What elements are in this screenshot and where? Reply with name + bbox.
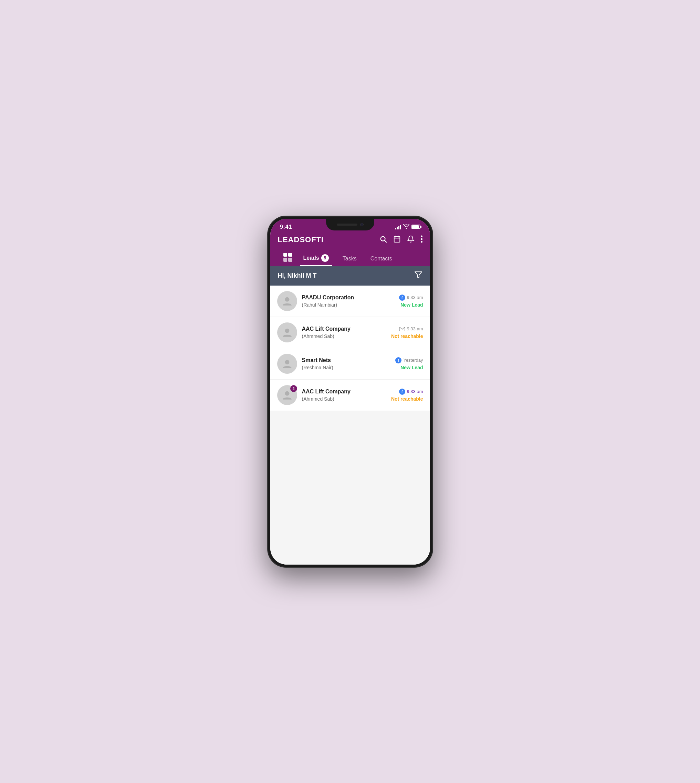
lead-time-row-3: f Yesterday	[395, 357, 423, 364]
lead-person-4: (Ahmmed Sab)	[302, 396, 386, 402]
bell-icon[interactable]	[407, 235, 415, 245]
lead-avatar-1	[277, 291, 297, 311]
lead-meta-3: f Yesterday New Lead	[395, 357, 423, 370]
svg-point-14	[285, 391, 289, 396]
calendar-icon[interactable]	[393, 235, 401, 245]
svg-point-10	[285, 297, 289, 301]
lead-time-4: 9:33 am	[407, 389, 423, 394]
more-options-icon[interactable]	[421, 235, 422, 245]
header-top: LEADSOFTi	[278, 235, 422, 245]
facebook-source-icon: f	[395, 357, 402, 364]
lead-item[interactable]: Smart Nets (Reshma Nair) f Yesterday New…	[270, 348, 430, 380]
lead-status-1: New Lead	[400, 302, 423, 307]
lead-time-2: 9:33 am	[407, 326, 423, 331]
app-header: LEADSOFTi	[270, 230, 430, 266]
lead-meta-2: 9:33 am Not reachable	[391, 326, 423, 339]
phone-wrapper: 9:41	[261, 209, 440, 574]
lead-person-3: (Reshma Nair)	[302, 365, 391, 370]
tab-leads-badge: 5	[321, 254, 329, 262]
notch-speaker	[337, 224, 357, 225]
svg-rect-2	[394, 236, 400, 242]
tab-tasks[interactable]: Tasks	[336, 252, 363, 266]
status-time: 9:41	[280, 224, 292, 230]
lead-list: PAADU Corporation (Rahul Nambiar) f 9:33…	[270, 285, 430, 564]
email-source-icon	[399, 326, 405, 332]
lead-time-row-2: 9:33 am	[399, 326, 423, 332]
svg-point-8	[421, 241, 422, 242]
signal-bar-2	[397, 227, 398, 229]
person-icon	[282, 358, 293, 369]
greeting-bar: Hi, Nikhil M T	[270, 266, 430, 285]
signal-bar-1	[395, 228, 396, 229]
tab-bar: Leads 5 Tasks Contacts	[278, 251, 422, 266]
lead-info-3: Smart Nets (Reshma Nair)	[302, 357, 391, 370]
person-icon	[282, 296, 293, 307]
battery-icon	[412, 225, 420, 229]
search-icon[interactable]	[380, 235, 387, 245]
lead-meta-4: f 9:33 am Not reachable	[391, 389, 423, 402]
lead-status-4: Not reachable	[391, 396, 423, 402]
person-icon	[282, 327, 293, 338]
filter-icon[interactable]	[414, 271, 422, 281]
tab-contacts[interactable]: Contacts	[363, 252, 399, 266]
lead-person-1: (Rahul Nambiar)	[302, 302, 394, 307]
svg-point-6	[421, 235, 422, 237]
grid-cell-3	[283, 258, 288, 262]
phone-screen: 9:41	[270, 219, 430, 564]
lead-item[interactable]: AAC Lift Company (Ahmmed Sab) 9:33 am	[270, 317, 430, 348]
lead-avatar-4: 2	[277, 385, 297, 405]
lead-avatar-2	[277, 322, 297, 342]
lead-info-4: AAC Lift Company (Ahmmed Sab)	[302, 389, 386, 402]
app-logo: LEADSOFTi	[278, 235, 324, 244]
lead-item[interactable]: 2 AAC Lift Company (Ahmmed Sab) f 9	[270, 380, 430, 411]
lead-time-3: Yesterday	[403, 357, 423, 363]
header-actions	[380, 235, 422, 245]
status-icons	[395, 224, 420, 230]
avatar-badge: 2	[290, 385, 297, 392]
signal-bars-icon	[395, 225, 401, 229]
lead-status-3: New Lead	[400, 365, 423, 370]
tab-grid-icon[interactable]	[283, 253, 292, 262]
notch	[326, 219, 374, 230]
lead-info-2: AAC Lift Company (Ahmmed Sab)	[302, 326, 386, 339]
grid-cell-4	[288, 258, 292, 262]
facebook-source-icon: f	[399, 389, 405, 395]
grid-cell-2	[288, 253, 292, 257]
svg-point-11	[285, 328, 289, 333]
lead-company-4: AAC Lift Company	[302, 389, 386, 395]
tab-leads-label: Leads	[303, 255, 319, 261]
notch-camera	[360, 223, 363, 226]
lead-company-2: AAC Lift Company	[302, 326, 386, 332]
facebook-source-icon: f	[399, 294, 405, 301]
tab-leads[interactable]: Leads 5	[297, 251, 336, 266]
greeting-text: Hi, Nikhil M T	[278, 272, 317, 279]
lead-info-1: PAADU Corporation (Rahul Nambiar)	[302, 294, 394, 307]
lead-time-row-4: f 9:33 am	[399, 389, 423, 395]
svg-marker-9	[415, 272, 422, 278]
tab-contacts-label: Contacts	[370, 255, 392, 262]
lead-meta-1: f 9:33 am New Lead	[399, 294, 423, 307]
svg-point-7	[421, 238, 422, 240]
lead-avatar-3	[277, 354, 297, 374]
phone-frame: 9:41	[268, 216, 433, 568]
svg-line-1	[385, 240, 386, 242]
battery-fill	[412, 225, 419, 229]
tab-tasks-label: Tasks	[343, 255, 357, 262]
lead-company-3: Smart Nets	[302, 357, 391, 364]
lead-company-1: PAADU Corporation	[302, 294, 394, 301]
wifi-icon	[403, 224, 409, 230]
signal-bar-4	[400, 225, 401, 229]
lead-time-1: 9:33 am	[407, 295, 423, 300]
lead-item[interactable]: PAADU Corporation (Rahul Nambiar) f 9:33…	[270, 285, 430, 317]
lead-time-row-1: f 9:33 am	[399, 294, 423, 301]
grid-cell-1	[283, 253, 288, 257]
svg-point-13	[285, 360, 289, 364]
status-bar: 9:41	[270, 219, 430, 230]
signal-bar-3	[398, 226, 399, 229]
lead-status-2: Not reachable	[391, 334, 423, 339]
lead-person-2: (Ahmmed Sab)	[302, 334, 386, 339]
person-icon	[282, 390, 293, 401]
